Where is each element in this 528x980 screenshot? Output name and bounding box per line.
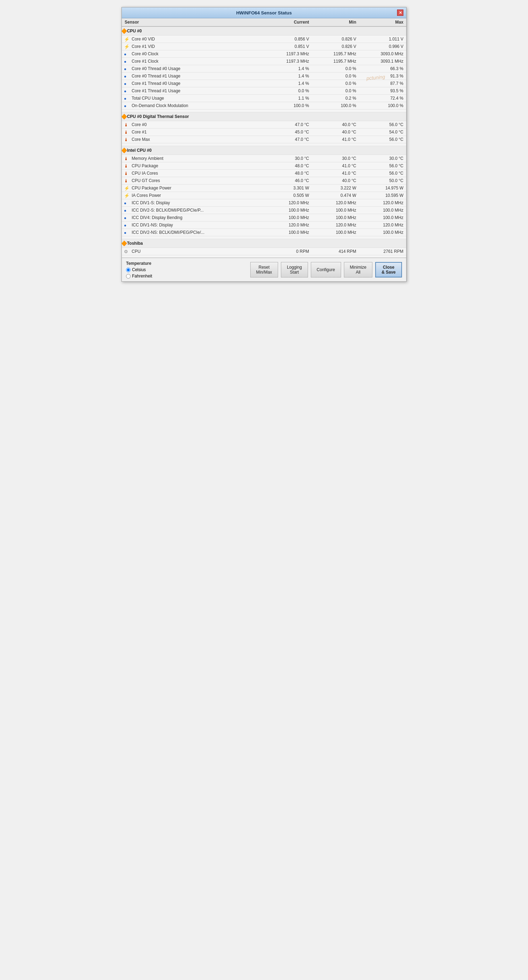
sensor-current: 1.1 %	[265, 95, 312, 102]
sensor-icon: ●	[124, 223, 126, 228]
sensor-max: 14.975 W	[359, 185, 406, 192]
section-icon: 🔶	[122, 240, 127, 246]
table-row: 🌡 Core #0 47.0 °C 40.0 °C 56.0 °C	[122, 121, 406, 129]
sensor-max: 100.0 MHz	[359, 229, 406, 236]
sensor-name-cell: 🌡 Core #0	[122, 121, 265, 129]
window-title: HWiNFO64 Sensor Status	[131, 10, 397, 16]
sensor-max: 66.3 %	[359, 65, 406, 73]
sensor-icon: ●	[124, 81, 126, 86]
sensor-icon: ⚙	[124, 249, 128, 254]
sensor-current: 30.0 °C	[265, 155, 312, 162]
fahrenheit-radio[interactable]	[126, 274, 130, 278]
table-row: 🌡 Core #1 45.0 °C 40.0 °C 54.0 °C	[122, 129, 406, 136]
celsius-radio-row[interactable]: Celsius	[126, 267, 152, 272]
window-close-button[interactable]: ✕	[397, 10, 403, 16]
sensor-current: 1197.3 MHz	[265, 58, 312, 65]
sensor-icon: ●	[124, 208, 126, 213]
sensor-max: 0.996 V	[359, 43, 406, 50]
temperature-label: Temperature	[126, 261, 152, 266]
sensor-current: 1.4 %	[265, 80, 312, 88]
sensor-icon: 🌡	[124, 178, 129, 183]
sensor-name-cell: ● ICC DIV2-NS: BCLK/DMI/PEG/PCIe/...	[122, 229, 265, 236]
minimize-all-button[interactable]: MinimizeAll	[344, 262, 372, 277]
sensor-name-cell: ● Core #1 Clock	[122, 58, 265, 65]
configure-button[interactable]: Configure	[311, 262, 341, 277]
sensor-min: 40.0 °C	[312, 129, 359, 136]
sensor-name-cell: ● Core #0 Clock	[122, 50, 265, 58]
sensor-icon: 🌡	[124, 122, 129, 127]
sensor-min: 120.0 MHz	[312, 221, 359, 229]
sensor-name-cell: ● ICC DIV4: Display Bending	[122, 214, 265, 221]
sensor-icon: ●	[124, 215, 126, 220]
table-row: ⚙ CPU 0 RPM 414 RPM 2761 RPM	[122, 248, 406, 255]
section-header-intel_cpu0: 🔶 Intel CPU #0	[122, 146, 406, 155]
sensor-name-cell: 🌡 CPU IA Cores	[122, 170, 265, 177]
sensor-current: 45.0 °C	[265, 129, 312, 136]
close-save-button[interactable]: Close& Save	[375, 262, 402, 277]
table-row: ● Core #1 Thread #1 Usage 0.0 % 0.0 % 93…	[122, 88, 406, 95]
sensor-max: 50.0 °C	[359, 177, 406, 185]
sensor-name-cell: ● Total CPU Usage	[122, 95, 265, 102]
sensor-min: 1195.7 MHz	[312, 58, 359, 65]
sensor-current: 120.0 MHz	[265, 199, 312, 207]
celsius-radio[interactable]	[126, 267, 130, 272]
sensor-min: 0.826 V	[312, 43, 359, 50]
sensor-name-cell: ● ICC DIV1-S: Display	[122, 199, 265, 207]
temperature-group: Temperature Celsius Fahrenheit	[126, 261, 152, 278]
table-row: ⚡ CPU Package Power 3.301 W 3.222 W 14.9…	[122, 185, 406, 192]
sensor-current: 3.301 W	[265, 185, 312, 192]
sensor-current: 0.851 V	[265, 43, 312, 50]
sensor-current: 1.4 %	[265, 73, 312, 80]
table-row: ● ICC DIV2-NS: BCLK/DMI/PEG/PCIe/... 100…	[122, 229, 406, 236]
sensor-icon: ●	[124, 200, 126, 206]
table-row: ● Core #0 Thread #1 Usage 1.4 % 0.0 % 91…	[122, 73, 406, 80]
sensor-min: 41.0 °C	[312, 136, 359, 143]
sensor-max: 120.0 MHz	[359, 199, 406, 207]
logging-start-button[interactable]: LoggingStart	[281, 262, 308, 277]
fahrenheit-radio-row[interactable]: Fahrenheit	[126, 274, 152, 278]
section-header-label: 🔶 Intel CPU #0	[122, 146, 406, 155]
sensor-name-cell: ⚡ Core #0 VID	[122, 35, 265, 43]
sensor-max: 56.0 °C	[359, 121, 406, 129]
reset-minmax-button[interactable]: ResetMin/Max	[250, 262, 278, 277]
sensor-icon: ●	[124, 73, 126, 79]
sensor-max: 10.595 W	[359, 192, 406, 199]
sensor-icon: ●	[124, 51, 126, 57]
sensor-icon: ⚡	[124, 44, 130, 49]
table-row: ⚡ IA Cores Power 0.505 W 0.474 W 10.595 …	[122, 192, 406, 199]
sensor-max: 54.0 °C	[359, 129, 406, 136]
sensor-max: 1.011 V	[359, 35, 406, 43]
celsius-label: Celsius	[132, 267, 146, 272]
sensor-icon: ●	[124, 230, 126, 235]
sensor-name-cell: ● ICC DIV1-NS: Display	[122, 221, 265, 229]
sensor-current: 1.4 %	[265, 65, 312, 73]
sensor-current: 100.0 MHz	[265, 214, 312, 221]
sensor-table-container[interactable]: pctuning Sensor Current Min Max 🔶 CPU #0…	[122, 18, 406, 258]
sensor-name-cell: 🌡 Memory Ambient	[122, 155, 265, 162]
sensor-name-cell: ● Core #1 Thread #0 Usage	[122, 80, 265, 88]
section-header-cpu0dts: 🔶 CPU #0 Digital Thermal Sensor	[122, 112, 406, 121]
table-row: ⚡ Core #1 VID 0.851 V 0.826 V 0.996 V	[122, 43, 406, 50]
sensor-max: 56.0 °C	[359, 170, 406, 177]
sensor-icon: 🌡	[124, 171, 129, 176]
sensor-min: 3.222 W	[312, 185, 359, 192]
sensor-icon: 🌡	[124, 137, 129, 142]
sensor-max: 30.0 °C	[359, 155, 406, 162]
sensor-current: 0.0 %	[265, 88, 312, 95]
table-row: ● ICC DIV4: Display Bending 100.0 MHz 10…	[122, 214, 406, 221]
sensor-icon: ⚡	[124, 37, 130, 42]
sensor-current: 0.856 V	[265, 35, 312, 43]
col-header-max: Max	[359, 18, 406, 26]
sensor-name-cell: ● ICC DIV2-S: BCLK/DMI/PEG/PCIe/P...	[122, 207, 265, 214]
sensor-current: 47.0 °C	[265, 136, 312, 143]
sensor-current: 47.0 °C	[265, 121, 312, 129]
col-header-min: Min	[312, 18, 359, 26]
sensor-name-cell: 🌡 Core #1	[122, 129, 265, 136]
sensor-max: 91.3 %	[359, 73, 406, 80]
col-header-sensor: Sensor	[122, 18, 265, 26]
section-icon: 🔶	[122, 148, 127, 153]
table-row: ● On-Demand Clock Modulation 100.0 % 100…	[122, 102, 406, 110]
col-header-current: Current	[265, 18, 312, 26]
sensor-icon: 🌡	[124, 130, 129, 135]
sensor-icon: ●	[124, 88, 126, 94]
